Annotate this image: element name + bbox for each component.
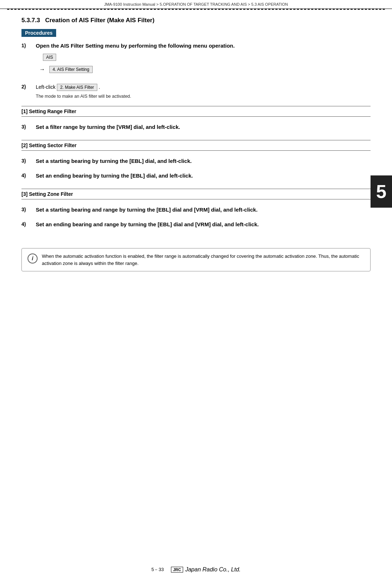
info-icon: i (28, 253, 38, 264)
step-3-range-number: 3) (21, 124, 36, 130)
step-1-content: Open the AIS Filter Setting menu by perf… (36, 43, 371, 77)
make-filter-button[interactable]: 2. Make AIS Filter (57, 84, 97, 91)
info-box: i When the automatic activation function… (21, 248, 371, 271)
step-4-zone-text: Set an ending bearing and range by turni… (36, 221, 371, 227)
step-3-range-text: Set a filter range by turning the [VRM] … (36, 124, 371, 130)
section-header-1: [1] Setting Range Filter (21, 106, 371, 117)
step-4-zone-number: 4) (21, 221, 36, 227)
page-wrapper: JMA-9100 Instruction Manual > 5.OPERATIO… (0, 0, 392, 580)
step-3-sector-number: 3) (21, 158, 36, 164)
step-4-sector-number: 4) (21, 173, 36, 178)
footer-logo: JRC Japan Radio Co., Ltd. (171, 566, 241, 573)
step-4-sector-text: Set an ending bearing by turning the [EB… (36, 173, 371, 179)
step-3-zone: 3) Set a starting bearing and range by t… (21, 207, 371, 216)
step-4-sector-content: Set an ending bearing by turning the [EB… (36, 173, 371, 182)
step-3-zone-content: Set a starting bearing and range by turn… (36, 207, 371, 216)
page-number: 5－33 (151, 566, 164, 573)
procedures-badge: Procedures (21, 29, 56, 37)
section-header-3: [3] Setting Zone Filter (21, 189, 371, 199)
step-2: 2) Left-click 2. Make AIS Filter . The m… (21, 84, 371, 99)
step-3-range: 3) Set a filter range by turning the [VR… (21, 124, 371, 133)
step-3-sector-text: Set a starting bearing by turning the [E… (36, 158, 371, 164)
step-3-sector: 3) Set a starting bearing by turning the… (21, 158, 371, 167)
info-box-text: When the automatic activation function i… (42, 253, 364, 267)
main-content: 5.3.7.3 Creation of AIS Filter (Make AIS… (0, 10, 392, 241)
section-header-2-text: [2] Setting Sector Filter (21, 142, 77, 148)
step-1: 1) Open the AIS Filter Setting menu by p… (21, 43, 371, 77)
jrc-badge: JRC (171, 567, 183, 572)
filter-setting-button[interactable]: 4. AIS Filter Setting (49, 66, 93, 73)
step-2-content: Left-click 2. Make AIS Filter . The mode… (36, 84, 371, 99)
step-3-range-content: Set a filter range by turning the [VRM] … (36, 124, 371, 133)
section-title: 5.3.7.3 Creation of AIS Filter (Make AIS… (21, 17, 371, 24)
step-1-text: Open the AIS Filter Setting menu by perf… (36, 43, 371, 49)
step-4-sector: 4) Set an ending bearing by turning the … (21, 173, 371, 182)
step-3-sector-content: Set a starting bearing by turning the [E… (36, 158, 371, 167)
section-header-1-text: [1] Setting Range Filter (21, 108, 76, 114)
step-2-note: The mode to make an AIS filter will be a… (36, 94, 371, 99)
company-name: Japan Radio Co., Ltd. (185, 566, 241, 573)
breadcrumb: JMA-9100 Instruction Manual > 5.OPERATIO… (0, 0, 392, 9)
step-3-zone-text: Set a starting bearing and range by turn… (36, 207, 371, 213)
chapter-tab: 5 (371, 175, 392, 208)
arrow-row: → 4. AIS Filter Setting (39, 64, 371, 74)
step-3-zone-number: 3) (21, 207, 36, 212)
step-1-number: 1) (21, 43, 36, 48)
section-header-2: [2] Setting Sector Filter (21, 140, 371, 151)
arrow-symbol: → (39, 66, 45, 73)
section-header-3-text: [3] Setting Zone Filter (21, 191, 73, 197)
ais-menu-button[interactable]: AIS (43, 54, 56, 61)
footer: 5－33 JRC Japan Radio Co., Ltd. (0, 566, 392, 573)
step-4-zone-content: Set an ending bearing and range by turni… (36, 221, 371, 230)
step-4-zone: 4) Set an ending bearing and range by tu… (21, 221, 371, 230)
step-2-number: 2) (21, 84, 36, 90)
step-2-text: Left-click 2. Make AIS Filter . (36, 84, 371, 91)
